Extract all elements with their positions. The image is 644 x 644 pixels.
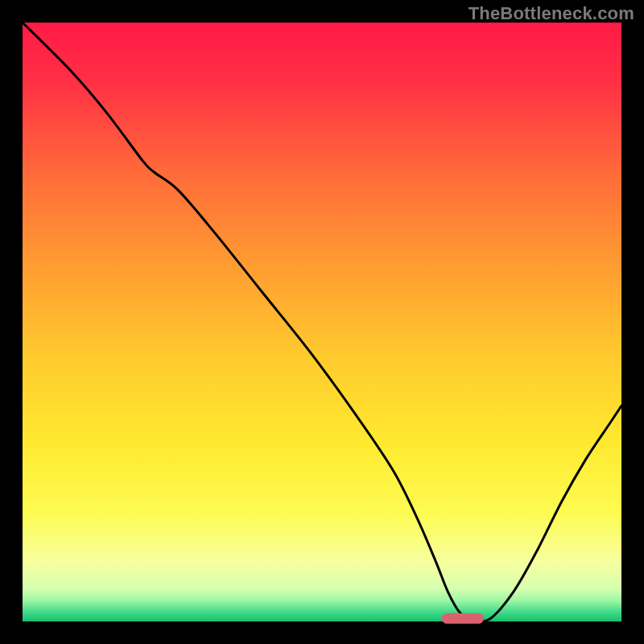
optimal-range-marker bbox=[442, 613, 484, 624]
bottleneck-chart bbox=[0, 0, 644, 644]
gradient-background bbox=[23, 23, 621, 621]
chart-frame: TheBottleneck.com bbox=[0, 0, 644, 644]
watermark-text: TheBottleneck.com bbox=[469, 3, 634, 24]
plot-area bbox=[23, 23, 621, 624]
